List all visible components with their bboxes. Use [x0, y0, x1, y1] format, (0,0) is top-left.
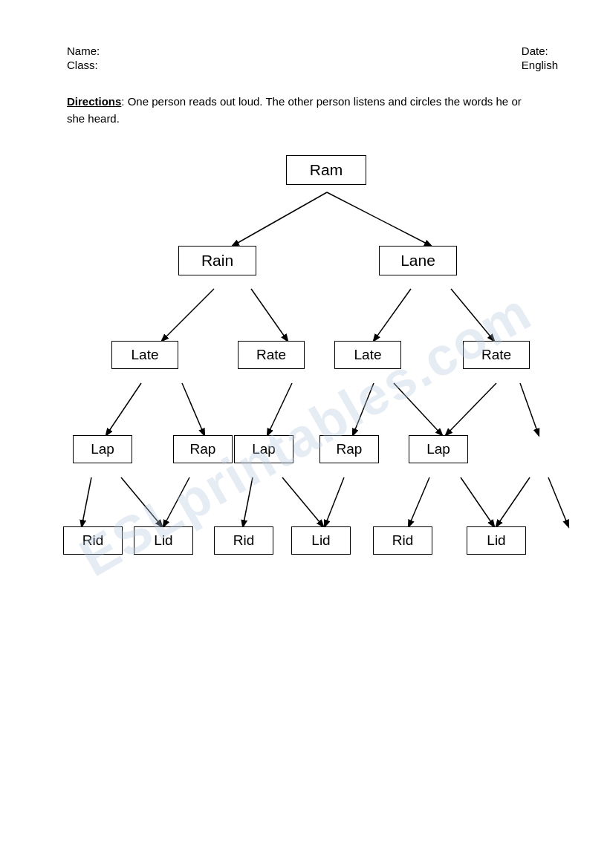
- subject-label: English: [522, 59, 558, 71]
- word-rid-1: Rid: [63, 526, 123, 555]
- word-rid-2: Rid: [214, 526, 273, 555]
- directions-prefix: Directions: [67, 95, 121, 108]
- svg-line-10: [394, 383, 442, 435]
- node-lid-2: Lid: [291, 526, 351, 555]
- svg-line-1: [327, 192, 431, 246]
- svg-line-16: [243, 477, 253, 526]
- svg-line-13: [82, 477, 91, 526]
- node-rap-1: Rap: [173, 435, 233, 463]
- header-right: Date: English: [522, 45, 558, 71]
- svg-line-18: [325, 477, 344, 526]
- word-rate-2: Rate: [463, 341, 530, 369]
- svg-line-4: [374, 289, 411, 341]
- word-lap-1: Lap: [73, 435, 132, 463]
- word-lid-1: Lid: [134, 526, 193, 555]
- word-ram: Ram: [286, 155, 366, 185]
- node-rid-1: Rid: [63, 526, 123, 555]
- word-rate-1: Rate: [238, 341, 305, 369]
- node-rate-1: Rate: [238, 341, 305, 369]
- node-lap-2: Lap: [234, 435, 293, 463]
- node-lap-1: Lap: [73, 435, 132, 463]
- node-late-1: Late: [111, 341, 178, 369]
- node-ram: Ram: [286, 155, 366, 185]
- node-lane: Lane: [379, 246, 457, 275]
- node-lap-3: Lap: [409, 435, 468, 463]
- svg-line-0: [233, 192, 327, 246]
- word-lane: Lane: [379, 246, 457, 275]
- svg-line-9: [353, 383, 374, 435]
- node-rain: Rain: [178, 246, 256, 275]
- word-late-2: Late: [334, 341, 401, 369]
- word-rap-1: Rap: [173, 435, 233, 463]
- word-lid-2: Lid: [291, 526, 351, 555]
- node-rid-3: Rid: [373, 526, 432, 555]
- word-tree: Ram Rain Lane Late Rate Late Rate Lap Ra…: [67, 149, 587, 624]
- svg-line-14: [121, 477, 162, 526]
- name-label: Name:: [67, 45, 100, 57]
- word-rain: Rain: [178, 246, 256, 275]
- svg-line-15: [163, 477, 189, 526]
- date-label: Date:: [522, 45, 558, 57]
- svg-line-3: [251, 289, 288, 341]
- svg-line-20: [461, 477, 494, 526]
- node-rid-2: Rid: [214, 526, 273, 555]
- svg-line-5: [451, 289, 494, 341]
- header-left: Name: Class:: [67, 45, 100, 71]
- node-rap-2: Rap: [319, 435, 379, 463]
- node-lid-3: Lid: [467, 526, 526, 555]
- word-rid-3: Rid: [373, 526, 432, 555]
- directions: Directions: One person reads out loud. T…: [67, 94, 528, 127]
- svg-line-7: [182, 383, 204, 435]
- word-late-1: Late: [111, 341, 178, 369]
- word-lap-2: Lap: [234, 435, 293, 463]
- svg-line-8: [267, 383, 292, 435]
- svg-line-17: [282, 477, 323, 526]
- word-lap-3: Lap: [409, 435, 468, 463]
- svg-line-19: [409, 477, 429, 526]
- page: ESLprintables.com Name: Class: Date: Eng…: [0, 0, 610, 868]
- class-label: Class:: [67, 59, 100, 71]
- node-lid-1: Lid: [134, 526, 193, 555]
- word-rap-2: Rap: [319, 435, 379, 463]
- header: Name: Class: Date: English: [67, 45, 558, 71]
- node-late-2: Late: [334, 341, 401, 369]
- word-lid-3: Lid: [467, 526, 526, 555]
- svg-line-2: [162, 289, 214, 341]
- svg-line-22: [548, 477, 568, 526]
- svg-line-21: [496, 477, 530, 526]
- svg-line-11: [446, 383, 496, 435]
- svg-line-6: [106, 383, 141, 435]
- node-rate-2: Rate: [463, 341, 530, 369]
- svg-line-12: [520, 383, 539, 435]
- directions-text: : One person reads out loud. The other p…: [67, 95, 522, 125]
